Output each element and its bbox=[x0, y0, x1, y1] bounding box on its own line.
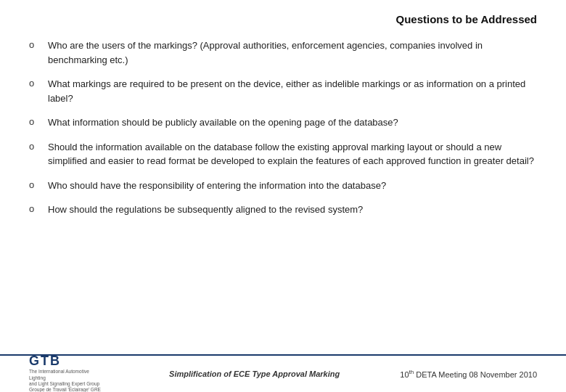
footer-center-text: Simplification of ECE Type Approval Mark… bbox=[109, 369, 400, 378]
bullet-icon: o bbox=[29, 77, 44, 91]
list-item: oHow should the regulations be subsequen… bbox=[29, 203, 537, 217]
list-item: oWhat information should be publicly ava… bbox=[29, 115, 537, 130]
bullet-icon: o bbox=[29, 38, 44, 52]
list-item: oWho are the users of the markings? (App… bbox=[29, 38, 537, 67]
list-item: oWhat markings are required to be presen… bbox=[29, 77, 537, 105]
bullet-icon: o bbox=[29, 140, 44, 154]
list-item: oWho should have the responsibility of e… bbox=[29, 179, 537, 193]
footer-logo: GTB The International Automotive Lightin… bbox=[29, 354, 109, 392]
footer: GTB The International Automotive Lightin… bbox=[0, 354, 566, 392]
title-row: Questions to be Addressed bbox=[29, 13, 537, 25]
footer-logo-gtb: GTB bbox=[29, 354, 61, 367]
bullet-icon: o bbox=[29, 179, 44, 192]
questions-list: oWho are the users of the markings? (App… bbox=[29, 38, 537, 217]
bullet-icon: o bbox=[29, 203, 44, 216]
question-text: How should the regulations be subsequent… bbox=[48, 203, 537, 217]
question-text: Should the information available on the … bbox=[48, 140, 537, 168]
list-item: oShould the information available on the… bbox=[29, 140, 537, 168]
question-text: Who are the users of the markings? (Appr… bbox=[48, 38, 537, 67]
question-text: What markings are required to be present… bbox=[48, 77, 537, 105]
question-text: Who should have the responsibility of en… bbox=[48, 179, 537, 193]
question-text: What information should be publicly avai… bbox=[48, 115, 537, 130]
page-title: Questions to be Addressed bbox=[396, 13, 537, 25]
footer-right-text: 10th DETA Meeting 08 November 2010 bbox=[400, 369, 537, 379]
footer-logo-subtitle: The International Automotive Lightingand… bbox=[29, 369, 105, 392]
main-content: Questions to be Addressed oWho are the u… bbox=[0, 0, 566, 217]
bullet-icon: o bbox=[29, 115, 44, 129]
